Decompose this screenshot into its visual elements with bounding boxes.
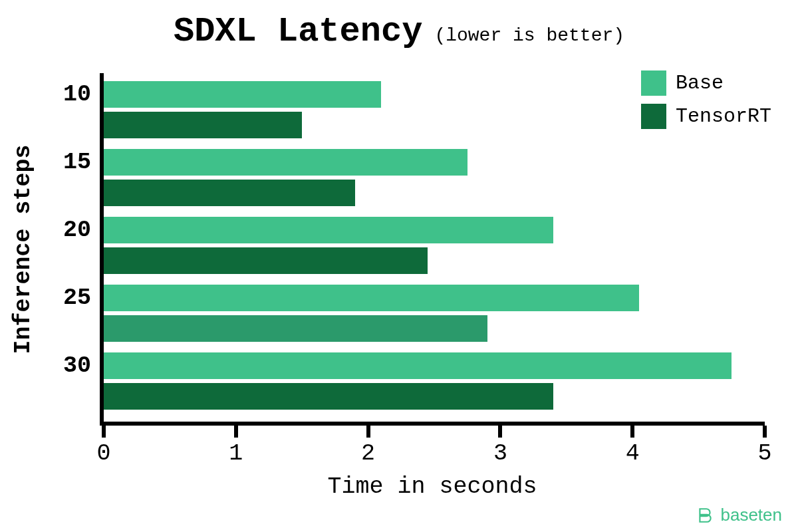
y-tick-label: 10	[63, 81, 91, 108]
chart-title-sub: (lower is better)	[434, 25, 624, 46]
chart-title-main: SDXL Latency	[174, 12, 422, 51]
bar-base-30	[104, 352, 732, 379]
legend: Base TensorRT	[641, 70, 771, 137]
baseten-logo-icon	[696, 507, 714, 524]
legend-label-tensorrt: TensorRT	[676, 105, 771, 128]
y-tick-label: 25	[63, 285, 91, 311]
y-tick-label: 30	[63, 352, 91, 379]
x-tick-label: 4	[626, 440, 640, 467]
bar-tensorrt-10	[104, 112, 302, 138]
legend-item-tensorrt: TensorRT	[641, 104, 771, 129]
chart-title: SDXL Latency (lower is better)	[0, 0, 798, 51]
bar-tensorrt-20	[104, 247, 428, 274]
x-tick-label: 5	[757, 440, 771, 467]
bar-base-20	[104, 217, 553, 243]
x-tick-label: 3	[493, 440, 507, 467]
y-tick-label: 20	[63, 217, 91, 243]
x-tick-label: 1	[229, 440, 243, 467]
x-tick	[102, 426, 106, 438]
legend-swatch-tensorrt	[641, 104, 666, 129]
bar-tensorrt-15	[104, 180, 355, 206]
brand-label: baseten	[720, 505, 782, 525]
x-tick	[630, 426, 634, 438]
bar-base-15	[104, 149, 467, 176]
x-tick	[763, 426, 767, 438]
bar-tensorrt-25	[104, 315, 487, 342]
bar-base-25	[104, 285, 639, 311]
x-tick	[234, 426, 238, 438]
x-tick	[498, 426, 502, 438]
legend-swatch-base	[641, 70, 666, 96]
x-tick-label: 0	[96, 440, 110, 467]
y-axis-label: Inference steps	[10, 144, 37, 354]
x-tick-label: 2	[361, 440, 375, 467]
x-tick	[366, 426, 370, 438]
brand-logo: baseten	[696, 505, 782, 525]
x-axis-label: Time in seconds	[100, 473, 765, 500]
bar-base-10	[104, 81, 381, 108]
legend-item-base: Base	[641, 70, 771, 96]
x-axis	[100, 422, 765, 426]
y-tick-label: 15	[63, 149, 91, 176]
legend-label-base: Base	[676, 72, 724, 94]
bar-tensorrt-30	[104, 383, 553, 410]
